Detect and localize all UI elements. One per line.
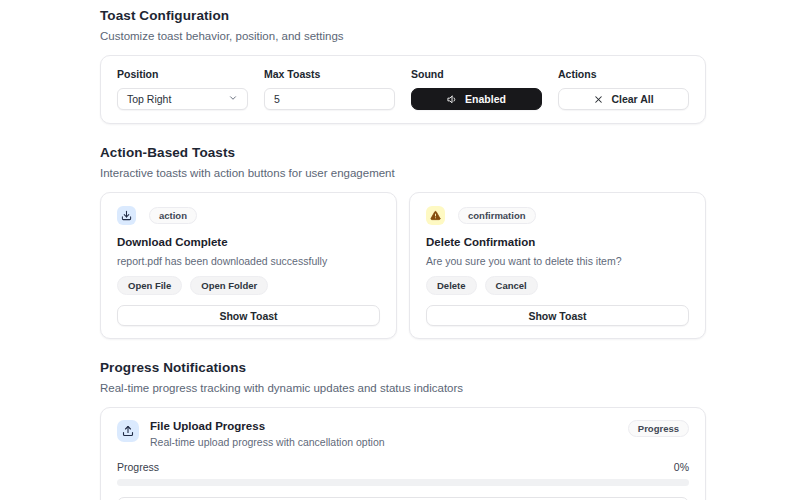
page-content: Toast Configuration Customize toast beha… [100,0,706,500]
delete-pill[interactable]: Delete [426,276,477,295]
section-title: Action-Based Toasts [100,145,706,160]
toast-action-pills: Open File Open Folder [117,276,380,295]
download-toast-card: action Download Complete report.pdf has … [100,192,397,339]
toast-title: Delete Confirmation [426,236,689,248]
section-action-toasts: Action-Based Toasts Interactive toasts w… [100,145,706,339]
section-title: Progress Notifications [100,360,706,375]
show-toast-button[interactable]: Show Toast [426,305,689,326]
section-subtitle: Customize toast behavior, position, and … [100,30,706,42]
position-select-value: Top Right [127,93,171,105]
section-toast-configuration: Toast Configuration Customize toast beha… [100,8,706,124]
progress-percentage: 0% [674,461,689,473]
card-header: action [117,206,380,225]
max-toasts-input[interactable] [264,88,395,110]
toast-config-card: Position Top Right Max Toasts Sound [100,55,706,124]
section-title: Toast Configuration [100,8,706,23]
progress-label: Progress [117,461,159,473]
clear-all-label: Clear All [611,93,653,105]
warning-icon [426,206,445,225]
upload-icon [117,420,139,442]
progress-bar-track [117,479,689,486]
progress-badge: Progress [628,420,689,437]
card-header: File Upload Progress Real-time upload pr… [117,420,689,448]
section-subtitle: Interactive toasts with action buttons f… [100,167,706,179]
open-file-pill[interactable]: Open File [117,276,182,295]
card-subtitle: Real-time upload progress with cancellat… [150,436,617,448]
progress-meta-row: Progress 0% [117,461,689,473]
section-subtitle: Real-time progress tracking with dynamic… [100,382,706,394]
volume-icon [447,94,458,105]
toast-description: Are you sure you want to delete this ite… [426,255,689,267]
download-icon [117,206,136,225]
sound-toggle-button[interactable]: Enabled [411,88,542,110]
max-toasts-field: Max Toasts [264,68,395,110]
file-upload-card: File Upload Progress Real-time upload pr… [100,407,706,500]
close-icon [593,94,604,105]
position-field: Position Top Right [117,68,248,110]
show-toast-button[interactable]: Show Toast [117,305,380,326]
open-folder-pill[interactable]: Open Folder [190,276,268,295]
actions-label: Actions [558,68,689,80]
position-select[interactable]: Top Right [117,88,248,110]
confirmation-toast-card: confirmation Delete Confirmation Are you… [409,192,706,339]
toast-description: report.pdf has been downloaded successfu… [117,255,380,267]
position-label: Position [117,68,248,80]
sound-label: Sound [411,68,542,80]
action-toast-cards-row: action Download Complete report.pdf has … [100,192,706,339]
clear-all-button[interactable]: Clear All [558,88,689,110]
max-toasts-label: Max Toasts [264,68,395,80]
toast-type-badge: confirmation [458,207,536,224]
cancel-pill[interactable]: Cancel [485,276,538,295]
sound-field: Sound Enabled [411,68,542,110]
sound-toggle-label: Enabled [465,93,506,105]
card-header: confirmation [426,206,689,225]
actions-field: Actions Clear All [558,68,689,110]
toast-title: Download Complete [117,236,380,248]
toast-action-pills: Delete Cancel [426,276,689,295]
toast-type-badge: action [149,207,197,224]
chevron-down-icon [228,93,238,105]
section-progress-notifications: Progress Notifications Real-time progres… [100,360,706,500]
card-header-text: File Upload Progress Real-time upload pr… [150,420,617,448]
card-title: File Upload Progress [150,420,617,432]
